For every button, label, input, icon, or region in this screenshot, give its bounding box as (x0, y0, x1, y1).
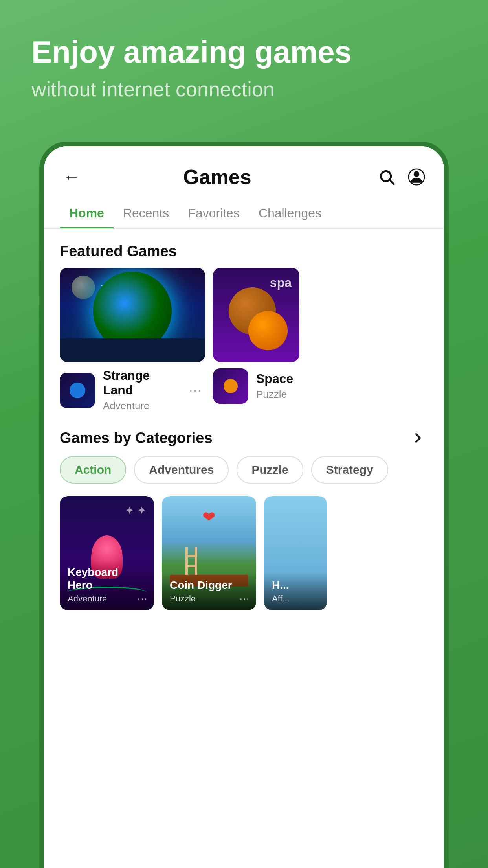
arrow-right-icon (410, 430, 426, 446)
featured-card-strange-land[interactable]: Strange Land Adventure ··· (60, 268, 205, 412)
coin-heart: ❤ (202, 508, 216, 526)
categories-header: Games by Categories (44, 412, 444, 456)
game-card-keyboard-hero[interactable]: ✦ ✦ Keyboard Hero Adventure ··· (60, 496, 154, 610)
space-icon (213, 368, 248, 404)
coin-digger-genre: Puzzle (170, 594, 248, 604)
keyboard-hero-more-button[interactable]: ··· (138, 593, 148, 604)
space-genre: Puzzle (256, 388, 299, 401)
coin-digger-thumbnail: ❤ Coin Digger Puzzle ··· (162, 496, 256, 610)
chip-adventures[interactable]: Adventures (134, 456, 229, 484)
chip-strategy[interactable]: Strategy (311, 456, 388, 484)
space-thumbnail: spa (213, 268, 299, 362)
chip-puzzle[interactable]: Puzzle (237, 456, 303, 484)
strange-land-text: Strange Land Adventure (103, 368, 178, 412)
search-button[interactable] (375, 165, 398, 189)
coin-digger-name: Coin Digger (170, 579, 248, 592)
games-grid: ✦ ✦ Keyboard Hero Adventure ··· (44, 496, 444, 610)
search-icon (378, 168, 395, 186)
space-name: Space (256, 371, 299, 386)
app-bar: ← Games (44, 146, 444, 198)
tab-challenges[interactable]: Challenges (249, 198, 331, 228)
strange-land-info: Strange Land Adventure ··· (60, 368, 205, 412)
tab-recents[interactable]: Recents (114, 198, 178, 228)
game-card-third[interactable]: H... Aff... (264, 496, 327, 610)
keyboard-hero-thumbnail: ✦ ✦ Keyboard Hero Adventure ··· (60, 496, 154, 610)
ground-decoration (60, 338, 205, 362)
strange-land-icon (60, 373, 95, 408)
categories-title: Games by Categories (60, 430, 213, 447)
coin-digger-more-button[interactable]: ··· (240, 593, 250, 604)
categories-arrow-button[interactable] (408, 428, 428, 448)
chip-action[interactable]: Action (60, 456, 126, 484)
app-title: Games (60, 165, 375, 189)
space-logo-text: spa (270, 276, 292, 290)
category-chips: Action Adventures Puzzle Strategy (44, 456, 444, 496)
svg-point-4 (70, 383, 85, 398)
game-card-coin-digger[interactable]: ❤ Coin Digger Puzzle ··· (162, 496, 256, 610)
coin-digger-overlay: Coin Digger Puzzle ··· (162, 572, 256, 610)
account-icon (408, 168, 425, 186)
moon-decoration (72, 276, 95, 299)
keyboard-deco: ✦ ✦ (125, 504, 146, 517)
keyboard-hero-overlay: Keyboard Hero Adventure ··· (60, 559, 154, 610)
third-game-thumbnail: H... Aff... (264, 496, 327, 610)
app-bar-actions (375, 165, 428, 189)
keyboard-hero-genre: Adventure (68, 594, 146, 604)
svg-point-5 (224, 379, 238, 393)
third-game-overlay: H... Aff... (264, 572, 327, 610)
featured-card-space[interactable]: spa Space Puzzle (213, 268, 299, 412)
space-text: Space Puzzle (256, 371, 299, 401)
third-game-name: H... (272, 579, 319, 592)
hero-section: Enjoy amazing games without internet con… (31, 35, 457, 101)
strange-land-name: Strange Land (103, 368, 178, 397)
svg-point-2 (414, 171, 420, 177)
third-game-genre: Aff... (272, 594, 319, 604)
hero-title: Enjoy amazing games (31, 35, 457, 69)
tabs-bar: Home Recents Favorites Challenges (44, 198, 444, 229)
featured-scroll: Strange Land Adventure ··· spa (44, 268, 444, 412)
phone-screen: ← Games (44, 146, 444, 868)
keyboard-hero-name: Keyboard Hero (68, 566, 146, 592)
tab-home[interactable]: Home (60, 198, 114, 228)
phone-frame: ← Games (39, 142, 449, 868)
content-area: Featured Games (44, 229, 444, 864)
space-info: Space Puzzle (213, 368, 299, 404)
tab-favorites[interactable]: Favorites (178, 198, 249, 228)
strange-land-more-button[interactable]: ··· (186, 380, 205, 401)
account-button[interactable] (405, 165, 428, 189)
strange-land-genre: Adventure (103, 400, 178, 412)
svg-line-1 (390, 180, 394, 184)
hero-subtitle: without internet connection (31, 77, 457, 101)
strange-land-thumbnail (60, 268, 205, 362)
orange-planet (248, 311, 288, 350)
featured-section-title: Featured Games (44, 229, 444, 268)
